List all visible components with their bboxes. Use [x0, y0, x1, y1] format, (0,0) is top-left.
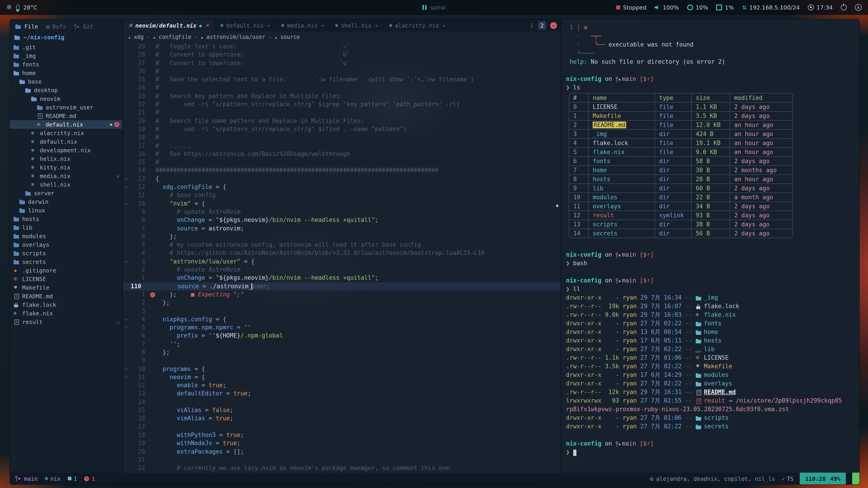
tree-item-README.md[interactable]: README.md — [10, 111, 122, 120]
fold-marker[interactable]: ▾ — [123, 365, 130, 373]
tabpage-2[interactable]: 2 — [538, 21, 546, 30]
code-token: ; — [375, 274, 379, 281]
tree-item-flake.nix[interactable]: flake.nix — [10, 309, 122, 318]
tree-item-development.nix[interactable]: development.nix — [10, 146, 122, 155]
media-widget[interactable]: spiral — [423, 0, 445, 15]
tree-item-helix.nix[interactable]: helix.nix — [10, 155, 122, 163]
nixos-logo-icon[interactable]: ❄ — [6, 4, 12, 11]
code-area[interactable]: 29# Toggle text's case: `~`28# Convert t… — [123, 42, 561, 473]
topbar-clock[interactable]: 17:34 — [808, 4, 833, 11]
topbar-media-status[interactable]: Stopped — [616, 4, 647, 11]
filetree-tab-git[interactable]: Git — [74, 23, 93, 30]
folder-icon — [13, 53, 20, 59]
scrollbar-indicator[interactable] — [556, 205, 558, 207]
tree-item-fonts[interactable]: fonts — [10, 60, 122, 69]
file-explorer-panel[interactable]: File▤BufsGit ~/nix-config .git_imgfontsh… — [10, 20, 122, 473]
code-text: # update AstroNvim — [156, 266, 561, 274]
tree-item-secrets[interactable]: secrets — [10, 258, 122, 266]
tree-item-base[interactable]: base — [10, 77, 122, 86]
tree-item-modules[interactable]: modules — [10, 232, 122, 240]
code-token: # — [156, 159, 159, 165]
nix-icon — [31, 182, 37, 188]
fold-marker[interactable]: ▾ — [123, 257, 130, 266]
fold-marker[interactable]: ▾ — [123, 324, 130, 332]
terminal-pane[interactable]: 1 │ a · ─┬─ · ╰── executable was not fou… — [561, 20, 860, 473]
fold-marker[interactable]: ▾ — [123, 315, 130, 324]
tree-item-neovim[interactable]: neovim — [10, 94, 122, 103]
tree-item-home[interactable]: home — [10, 69, 122, 77]
tree-item-Makefile[interactable]: Makefile — [10, 283, 122, 292]
code-token — [156, 274, 177, 281]
file-explorer-root[interactable]: ~/nix-config — [10, 33, 122, 43]
filetree-tab-file[interactable]: File — [16, 23, 38, 30]
tree-item-.gitignore[interactable]: .gitignore — [10, 266, 122, 275]
tree-item-_img[interactable]: _img — [10, 52, 122, 60]
topbar-keyboard-layout[interactable]: A — [855, 4, 862, 11]
terminal-token: Makefile — [704, 363, 732, 369]
tree-item-.git[interactable]: .git — [10, 43, 122, 52]
tree-item-linux[interactable]: linux — [10, 206, 122, 215]
code-token: # currently we use lazy.nvim as neovim's… — [156, 464, 453, 471]
sign-column — [149, 75, 156, 84]
close-tab-icon[interactable]: ✕ — [442, 23, 445, 28]
code-text — [156, 423, 561, 431]
fold-marker[interactable]: ▾ — [123, 183, 130, 191]
code-token: # Toggle text's case: `~` — [156, 43, 350, 50]
code-text: "astronvim/lua/user" = { — [156, 257, 561, 266]
topbar-network[interactable]: 192.168.5.100/24 — [742, 4, 800, 11]
fold-marker[interactable]: ▾ — [123, 199, 130, 208]
code-text: ########################################… — [156, 166, 561, 175]
tree-item-LICENSE[interactable]: LICENSE — [10, 275, 122, 283]
tabpage-1[interactable]: 1 — [528, 21, 536, 30]
fold-marker[interactable]: ▾ — [123, 373, 130, 382]
tree-item-media.nix[interactable]: media.nix⚠ — [10, 172, 122, 180]
topbar-power[interactable] — [841, 4, 847, 10]
topbar-volume[interactable]: 100% — [655, 4, 679, 11]
tree-item-README.md[interactable]: README.md — [10, 292, 122, 300]
tree-item-shell.nix[interactable]: shell.nix — [10, 180, 122, 189]
tree-item-flake.lock[interactable]: flake.lock — [10, 300, 122, 309]
tree-item-label: flake.nix — [22, 310, 53, 317]
editor-pane[interactable]: ❄neovim/default.nix●✕❄default.nix✕❄media… — [123, 20, 561, 473]
tree-item-scripts[interactable]: scripts — [10, 249, 122, 258]
editor-tab-alacritty-nix[interactable]: ❄alacritty.nix✕ — [383, 20, 451, 32]
tree-item-alacritty.nix[interactable]: alacritty.nix — [10, 129, 122, 137]
breadcrumb-item-astronvim-lua-user[interactable]: ▪ astronvim/lua/user — [201, 34, 265, 40]
tree-item-lib[interactable]: lib — [10, 223, 122, 232]
tree-item-kitty.nix[interactable]: kitty.nix — [10, 163, 122, 172]
terminal-token: lrwxrwxrwx — [566, 397, 601, 404]
line-number: 12 — [130, 183, 149, 191]
tree-item-darwin[interactable]: darwin — [10, 197, 122, 206]
tree-item-astronvim_user[interactable]: astronvim_user — [10, 103, 122, 111]
editor-tab-media-nix[interactable]: ❄media.nix✕ — [276, 20, 330, 32]
editor-tab-default-nix[interactable]: ❄default.nix✕ — [215, 20, 276, 32]
tree-item-default.nix[interactable]: default.nix — [10, 137, 122, 146]
breadcrumb-item-xdg[interactable]: ▪ xdg — [128, 34, 144, 40]
tree-item-overlays[interactable]: overlays — [10, 240, 122, 249]
close-tab-icon[interactable]: ✕ — [205, 23, 209, 28]
close-all-icon[interactable]: ✕ — [550, 22, 557, 29]
sign-column — [149, 315, 156, 324]
code-token: ${HOME} — [216, 332, 241, 339]
tree-item-result[interactable]: result○ — [10, 318, 122, 326]
editor-tab-neovim-default-nix[interactable]: ❄neovim/default.nix●✕ — [123, 20, 215, 32]
close-tab-icon[interactable]: ✕ — [375, 23, 378, 28]
tree-item-desktop[interactable]: desktop — [10, 86, 122, 94]
close-tab-icon[interactable]: ✕ — [267, 23, 270, 28]
tree-item-server[interactable]: server — [10, 189, 122, 197]
sign-column — [149, 307, 156, 315]
breadcrumb-item-configfile[interactable]: ▪ configFile — [153, 34, 191, 40]
tree-item-hosts[interactable]: hosts — [10, 215, 122, 223]
tree-item-default.nix[interactable]: default.nix●✕ — [10, 120, 122, 129]
filetree-tab-bufs[interactable]: ▤Bufs — [46, 23, 66, 30]
ls-table: #nametypesizemodified0LICENSEfile1.1 KB2… — [569, 93, 793, 238]
topbar-memory[interactable]: 1% — [716, 4, 734, 11]
close-tab-icon[interactable]: ✕ — [321, 23, 324, 28]
git-branch-indicator: main — [16, 475, 37, 482]
topbar-disk[interactable]: 10% — [687, 4, 708, 11]
breadcrumb-item-source[interactable]: ▪ source — [275, 34, 300, 40]
fold-marker[interactable]: ▾ — [123, 175, 130, 183]
line-number: 7 — [130, 340, 149, 348]
editor-tab-shell-nix[interactable]: ❄shell.nix✕ — [330, 20, 384, 32]
line-number: 2 — [130, 266, 149, 274]
